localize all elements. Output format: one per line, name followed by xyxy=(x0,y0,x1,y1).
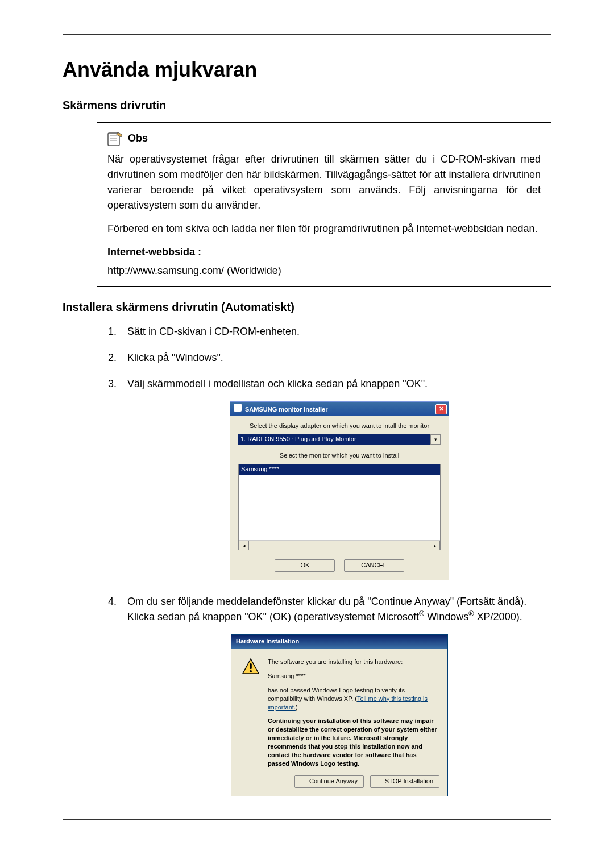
dialog-title-text: SAMSUNG monitor installer xyxy=(245,406,327,413)
note-header: Obs xyxy=(107,131,541,146)
step-2: Klicka på "Windows". xyxy=(119,350,551,365)
hw-warning-bold: Continuing your installation of this sof… xyxy=(268,717,437,767)
warning-icon xyxy=(242,658,260,676)
scroll-right-icon[interactable]: ▸ xyxy=(430,541,440,550)
dialog-titlebar: SAMSUNG monitor installer ✕ xyxy=(230,402,449,416)
dialog-title-icon xyxy=(234,404,242,412)
rule-top xyxy=(63,34,551,35)
step-4-text-3: XP/2000). xyxy=(474,611,522,622)
scroll-left-icon[interactable]: ◂ xyxy=(239,541,249,550)
section-heading-driver: Skärmens drivrutin xyxy=(63,99,551,112)
stop-installation-button[interactable]: STOP Installation xyxy=(370,775,439,788)
note-icon xyxy=(107,131,123,146)
registered-mark-2: ® xyxy=(468,610,474,618)
note-internet-label: Internet-webbsida : xyxy=(107,246,201,258)
adapter-combobox-value: 1. RADEON 9550 : Plug and Play Monitor xyxy=(240,435,356,444)
close-button[interactable]: ✕ xyxy=(435,404,447,414)
page-title: Använda mjukvaran xyxy=(63,58,551,82)
svg-point-6 xyxy=(250,670,252,672)
monitor-listbox[interactable]: Samsung **** ◂ ▸ xyxy=(238,464,441,550)
horizontal-scrollbar[interactable]: ◂ ▸ xyxy=(239,540,440,550)
step-3-text: Välj skärmmodell i modellistan och klick… xyxy=(127,378,428,389)
samsung-installer-dialog: SAMSUNG monitor installer ✕ Select the d… xyxy=(230,401,449,580)
dialog2-titlebar: Hardware Installation xyxy=(231,635,447,649)
note-url: http://www.samsung.com/ (Worldwide) xyxy=(107,263,541,279)
registered-mark-1: ® xyxy=(419,610,424,618)
svg-rect-5 xyxy=(250,663,252,669)
adapter-combobox[interactable]: 1. RADEON 9550 : Plug and Play Monitor ▾ xyxy=(238,434,441,445)
monitor-list-selected[interactable]: Samsung **** xyxy=(239,464,440,475)
install-steps: Sätt in CD-skivan i CD-ROM-enheten. Klic… xyxy=(97,324,551,796)
adapter-label: Select the display adapter on which you … xyxy=(238,422,441,431)
cancel-button[interactable]: CANCEL xyxy=(344,559,404,572)
monitor-label: Select the monitor which you want to ins… xyxy=(238,451,441,460)
continue-anyway-button[interactable]: Continue Anyway xyxy=(294,775,364,788)
ok-button[interactable]: OK xyxy=(275,559,335,572)
hw-line2b: ) xyxy=(296,704,298,711)
step-4: Om du ser följande meddelandefönster kli… xyxy=(119,594,551,796)
hw-device: Samsung **** xyxy=(268,672,437,680)
step-4-text-2: Windows xyxy=(424,611,468,622)
rule-bottom xyxy=(63,819,551,820)
hw-line1: The software you are installing for this… xyxy=(268,658,437,666)
step-1: Sätt in CD-skivan i CD-ROM-enheten. xyxy=(119,324,551,339)
chevron-down-icon[interactable]: ▾ xyxy=(430,434,441,445)
note-paragraph-1: När operativsystemet frågar efter drivru… xyxy=(107,152,541,213)
note-paragraph-2: Förbered en tom skiva och ladda ner file… xyxy=(107,221,541,236)
hardware-installation-dialog: Hardware Installation The software you a… xyxy=(231,634,448,796)
dialog2-message: The software you are installing for this… xyxy=(268,658,437,767)
note-box: Obs När operativsystemet frågar efter dr… xyxy=(97,122,551,287)
step-3: Välj skärmmodell i modellistan och klick… xyxy=(119,376,551,580)
note-label: Obs xyxy=(128,131,148,146)
section-heading-install-auto: Installera skärmens drivrutin (Automatis… xyxy=(63,301,551,314)
